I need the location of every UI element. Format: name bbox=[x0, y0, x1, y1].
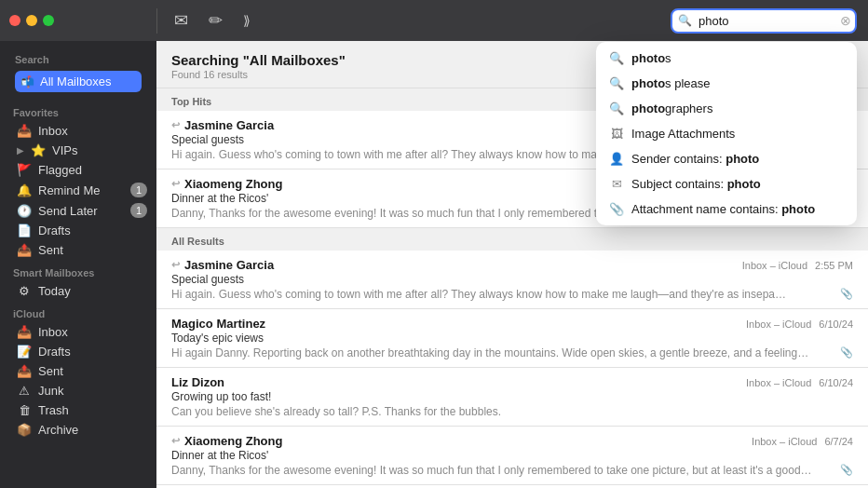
sidebar-item-icloud-archive[interactable]: 📦 Archive bbox=[4, 420, 153, 440]
compose-icon[interactable]: ✏ bbox=[203, 8, 228, 33]
email-subject: Growing up too fast! bbox=[171, 390, 853, 403]
search-clear-button[interactable]: ⊗ bbox=[840, 13, 851, 28]
email-subject: Special guests bbox=[171, 273, 853, 286]
all-mailboxes-label: All Mailboxes bbox=[40, 75, 112, 88]
chevron-icon: ▶ bbox=[17, 145, 24, 156]
sidebar: Search 📬 All Mailboxes Favorites 📥 Inbox… bbox=[0, 41, 156, 488]
expand-icon[interactable]: ⟫ bbox=[237, 11, 256, 30]
sidebar-search-section: Search 📬 All Mailboxes bbox=[0, 48, 156, 100]
sidebar-search-label: Search bbox=[9, 52, 147, 69]
sidebar-item-send-later[interactable]: 🕐 Send Later 1 bbox=[4, 200, 153, 221]
email-meta: Inbox – iCloud 6/7/24 bbox=[752, 436, 853, 447]
sidebar-item-drafts[interactable]: 📄 Drafts bbox=[4, 221, 153, 240]
sidebar-section-icloud: iCloud bbox=[0, 301, 156, 322]
icloud-drafts-icon: 📝 bbox=[17, 345, 32, 359]
close-button[interactable] bbox=[9, 15, 20, 26]
autocomplete-item-attachment-name[interactable]: 📎 Attachment name contains: photo bbox=[596, 197, 857, 222]
sidebar-item-label-today: Today bbox=[38, 284, 147, 298]
attachment-icon: 📎 bbox=[840, 288, 853, 300]
new-message-icon[interactable]: ✉ bbox=[169, 8, 194, 33]
icloud-junk-icon: ⚠ bbox=[17, 384, 32, 398]
autocomplete-text-photographers: photographers bbox=[631, 102, 844, 115]
sidebar-item-remind-me[interactable]: 🔔 Remind Me 1 bbox=[4, 180, 153, 200]
icloud-sent-icon: 📤 bbox=[17, 364, 32, 378]
sidebar-item-vips[interactable]: ▶ ⭐ VIPs bbox=[4, 141, 153, 160]
email-item-header: ↩ Jasmine Garcia Inbox – iCloud 2:55 PM bbox=[171, 258, 853, 272]
email-item-header: Liz Dizon Inbox – iCloud 6/10/24 bbox=[171, 375, 853, 389]
sidebar-section-favorites: Favorites bbox=[0, 100, 156, 121]
sidebar-item-label-icloud-drafts: Drafts bbox=[38, 345, 147, 359]
autocomplete-item-photos[interactable]: 🔍 photos bbox=[596, 46, 857, 71]
attachment-icon: 📎 bbox=[609, 202, 624, 216]
sidebar-item-label-send-later: Send Later bbox=[38, 204, 124, 218]
autocomplete-dropdown: 🔍 photos 🔍 photos please 🔍 photographers… bbox=[596, 42, 857, 225]
sidebar-item-flagged[interactable]: 🚩 Flagged bbox=[4, 160, 153, 180]
autocomplete-text-attachment-name: Attachment name contains: photo bbox=[631, 202, 844, 216]
autocomplete-item-photos-please[interactable]: 🔍 photos please bbox=[596, 71, 857, 96]
sidebar-item-today[interactable]: ⚙ Today bbox=[4, 281, 153, 301]
autocomplete-item-image-attachments[interactable]: 🖼 Image Attachments bbox=[596, 121, 857, 146]
email-meta: Inbox – iCloud 6/10/24 bbox=[746, 377, 853, 388]
sidebar-item-icloud-junk[interactable]: ⚠ Junk bbox=[4, 381, 153, 400]
reply-icon: ↩ bbox=[171, 259, 180, 271]
sidebar-item-label-inbox: Inbox bbox=[38, 124, 147, 138]
inbox-icon: 📥 bbox=[17, 124, 32, 138]
search-input[interactable] bbox=[671, 8, 857, 34]
sidebar-item-all-mailboxes[interactable]: 📬 All Mailboxes bbox=[15, 71, 142, 92]
flagged-icon: 🚩 bbox=[17, 163, 32, 177]
sidebar-item-icloud-drafts[interactable]: 📝 Drafts bbox=[4, 342, 153, 361]
reply-icon: ↩ bbox=[171, 119, 180, 131]
sidebar-item-sent[interactable]: 📤 Sent bbox=[4, 240, 153, 260]
autocomplete-text-subject: Subject contains: photo bbox=[631, 177, 844, 191]
email-meta: Inbox – iCloud 2:55 PM bbox=[742, 260, 853, 271]
autocomplete-text-sender: Sender contains: photo bbox=[631, 152, 844, 166]
sidebar-item-inbox[interactable]: 📥 Inbox bbox=[4, 121, 153, 141]
email-sender: ↩ Jasmine Garcia bbox=[171, 118, 274, 132]
remind-me-icon: 🔔 bbox=[17, 183, 32, 197]
attachment-icon: 📎 bbox=[840, 346, 853, 359]
email-item-header: Magico Martinez Inbox – iCloud 6/10/24 bbox=[171, 317, 853, 331]
sidebar-item-label-sent: Sent bbox=[38, 243, 147, 257]
email-preview: Danny, Thanks for the awesome evening! I… bbox=[171, 464, 812, 477]
email-subject: Today's epic views bbox=[171, 332, 853, 345]
sidebar-item-label-icloud-junk: Junk bbox=[38, 384, 147, 398]
email-item-ar4[interactable]: ↩ Xiaomeng Zhong Inbox – iCloud 6/7/24 D… bbox=[156, 427, 868, 485]
email-item-ar2[interactable]: Magico Martinez Inbox – iCloud 6/10/24 T… bbox=[156, 309, 868, 368]
autocomplete-item-subject[interactable]: ✉ Subject contains: photo bbox=[596, 171, 857, 197]
minimize-button[interactable] bbox=[26, 15, 37, 26]
remind-me-badge: 1 bbox=[130, 183, 147, 197]
icloud-inbox-icon: 📥 bbox=[17, 325, 32, 339]
sidebar-item-label-remind-me: Remind Me bbox=[38, 183, 124, 197]
reply-icon: ↩ bbox=[171, 178, 180, 190]
autocomplete-item-photographers[interactable]: 🔍 photographers bbox=[596, 96, 857, 121]
sidebar-item-label-icloud-archive: Archive bbox=[38, 423, 147, 437]
icloud-trash-icon: 🗑 bbox=[17, 403, 32, 417]
email-meta: Inbox – iCloud 6/10/24 bbox=[746, 319, 853, 330]
email-sender: ↩ Jasmine Garcia bbox=[171, 258, 274, 272]
drafts-icon: 📄 bbox=[17, 224, 32, 237]
autocomplete-text-photos: photos bbox=[631, 51, 844, 65]
send-later-icon: 🕐 bbox=[17, 204, 32, 218]
sidebar-item-icloud-trash[interactable]: 🗑 Trash bbox=[4, 400, 153, 420]
autocomplete-item-sender[interactable]: 👤 Sender contains: photo bbox=[596, 146, 857, 171]
email-sender: Liz Dizon bbox=[171, 375, 224, 389]
sidebar-item-icloud-inbox[interactable]: 📥 Inbox bbox=[4, 322, 153, 342]
email-sender: ↩ Xiaomeng Zhong bbox=[171, 434, 282, 448]
email-sender: Magico Martinez bbox=[171, 317, 265, 331]
sidebar-item-label-vips: VIPs bbox=[52, 143, 147, 157]
sidebar-item-label-icloud-sent: Sent bbox=[38, 364, 147, 378]
vip-icon: ⭐ bbox=[31, 143, 46, 157]
sidebar-item-icloud-sent[interactable]: 📤 Sent bbox=[4, 361, 153, 381]
search-icon: 🔍 bbox=[609, 51, 624, 65]
maximize-button[interactable] bbox=[43, 15, 54, 26]
email-item-ar1[interactable]: ↩ Jasmine Garcia Inbox – iCloud 2:55 PM … bbox=[156, 251, 868, 309]
sidebar-item-label-icloud-inbox: Inbox bbox=[38, 325, 147, 339]
autocomplete-text-photos-please: photos please bbox=[631, 76, 844, 90]
sender-icon: 👤 bbox=[609, 152, 624, 166]
email-item-ar3[interactable]: Liz Dizon Inbox – iCloud 6/10/24 Growing… bbox=[156, 368, 868, 427]
attachment-icon: 📎 bbox=[840, 464, 853, 476]
search-icon: 🔍 bbox=[609, 76, 624, 90]
email-preview: Hi again Danny. Reporting back on anothe… bbox=[171, 346, 808, 359]
mailbox-icon: 📬 bbox=[20, 75, 34, 88]
today-icon: ⚙ bbox=[17, 284, 32, 298]
